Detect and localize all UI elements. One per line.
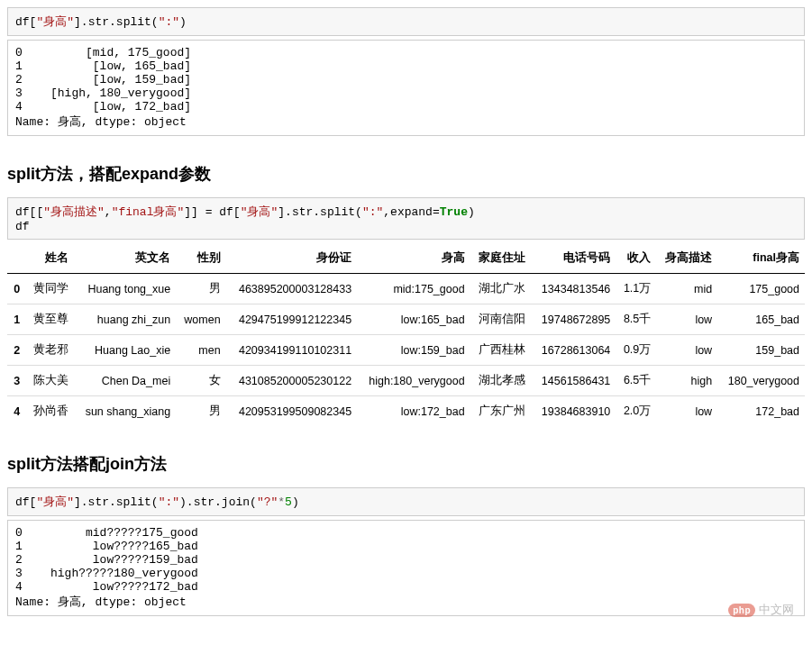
table-cell: sun shang_xiang — [74, 396, 176, 427]
table-cell: Huang tong_xue — [74, 274, 176, 304]
table-cell: 广西桂林 — [470, 335, 532, 366]
table-cell: 16728613064 — [531, 335, 616, 366]
table-cell: mid — [656, 274, 717, 304]
table-cell: 2.0万 — [616, 396, 656, 427]
table-cell: huang zhi_zun — [74, 304, 176, 335]
table-cell: 175_good — [717, 274, 805, 304]
table-cell: 男 — [176, 274, 225, 304]
table-cell: 陈大美 — [25, 366, 74, 396]
table-cell: men — [176, 335, 225, 366]
table-cell: 黄老邪 — [25, 335, 74, 366]
table-cell: 180_verygood — [717, 366, 805, 396]
dataframe-table: 姓名 英文名 性别 身份证 身高 家庭住址 电话号码 收入 身高描述 final… — [7, 243, 805, 426]
table-cell: women — [176, 304, 225, 335]
table-cell: 172_bad — [717, 396, 805, 427]
table-cell: 孙尚香 — [25, 396, 74, 427]
table-cell: 2 — [7, 335, 25, 366]
table-cell: 19748672895 — [531, 304, 616, 335]
code-cell-3: df["身高"].str.split(":").str.join("?"*5) — [7, 487, 805, 516]
table-cell: Chen Da_mei — [74, 366, 176, 396]
table-cell: 女 — [176, 366, 225, 396]
table-cell: 河南信阳 — [470, 304, 532, 335]
table-cell: 13434813546 — [531, 274, 616, 304]
table-cell: low — [656, 396, 717, 427]
table-cell: 8.5千 — [616, 304, 656, 335]
table-cell: 159_bad — [717, 335, 805, 366]
table-row: 4孙尚香sun shang_xiang男420953199509082345lo… — [7, 396, 805, 427]
table-cell: 黄至尊 — [25, 304, 74, 335]
heading-split-expand: split方法，搭配expand参数 — [7, 163, 805, 185]
table-row: 1黄至尊huang zhi_zunwomen429475199912122345… — [7, 304, 805, 335]
table-cell: 429475199912122345 — [226, 304, 357, 335]
table-cell: 14561586431 — [531, 366, 616, 396]
table-cell: 湖北广水 — [470, 274, 532, 304]
table-row: 3陈大美Chen Da_mei女431085200005230122high:1… — [7, 366, 805, 396]
table-cell: 0.9万 — [616, 335, 656, 366]
table-cell: low:165_bad — [357, 304, 470, 335]
table-cell: 3 — [7, 366, 25, 396]
table-row: 0黄同学Huang tong_xue男463895200003128433mid… — [7, 274, 805, 304]
table-cell: low:159_bad — [357, 335, 470, 366]
table-row: 2黄老邪Huang Lao_xiemen420934199110102311lo… — [7, 335, 805, 366]
table-cell: 165_bad — [717, 304, 805, 335]
table-cell: high:180_verygood — [357, 366, 470, 396]
table-cell: 0 — [7, 274, 25, 304]
table-cell: low:172_bad — [357, 396, 470, 427]
table-cell: 19384683910 — [531, 396, 616, 427]
table-cell: 420934199110102311 — [226, 335, 357, 366]
table-cell: Huang Lao_xie — [74, 335, 176, 366]
code-cell-2: df[["身高描述","final身高"]] = df["身高"].str.sp… — [7, 197, 805, 240]
table-cell: 1.1万 — [616, 274, 656, 304]
table-cell: 湖北孝感 — [470, 366, 532, 396]
output-block-3: 0 mid?????175_good 1 low?????165_bad 2 l… — [7, 520, 805, 616]
table-cell: 1 — [7, 304, 25, 335]
table-cell: 男 — [176, 396, 225, 427]
table-cell: low — [656, 304, 717, 335]
table-cell: 黄同学 — [25, 274, 74, 304]
table-cell: high — [656, 366, 717, 396]
table-cell: 420953199509082345 — [226, 396, 357, 427]
table-cell: low — [656, 335, 717, 366]
table-cell: mid:175_good — [357, 274, 470, 304]
table-header-row: 姓名 英文名 性别 身份证 身高 家庭住址 电话号码 收入 身高描述 final… — [7, 243, 805, 274]
table-cell: 431085200005230122 — [226, 366, 357, 396]
table-cell: 广东广州 — [470, 396, 532, 427]
heading-split-join: split方法搭配join方法 — [7, 453, 805, 475]
code-cell-1: df["身高"].str.split(":") — [7, 7, 805, 36]
table-cell: 6.5千 — [616, 366, 656, 396]
table-cell: 463895200003128433 — [226, 274, 357, 304]
output-block-1: 0 [mid, 175_good] 1 [low, 165_bad] 2 [lo… — [7, 40, 805, 136]
table-cell: 4 — [7, 396, 25, 427]
